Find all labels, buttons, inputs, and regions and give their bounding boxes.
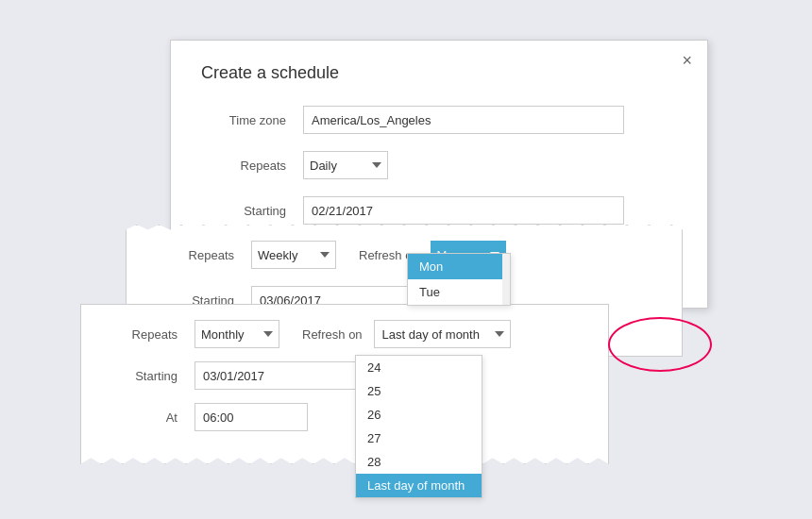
monthly-repeats-select[interactable]: Daily Weekly Monthly bbox=[195, 320, 279, 348]
dropdown-item-tue[interactable]: Tue bbox=[408, 279, 510, 305]
monthly-starting-label: Starting bbox=[104, 369, 178, 383]
dropdown-item-26[interactable]: 26 bbox=[356, 403, 482, 427]
dropdown-item-25[interactable]: 25 bbox=[356, 379, 482, 403]
dropdown-item-28[interactable]: 28 bbox=[356, 450, 482, 474]
timezone-row: Time zone bbox=[201, 106, 677, 134]
weekly-repeats-row: Repeats Daily Weekly Monthly Refresh on … bbox=[149, 241, 659, 269]
dropdown-item-last-day[interactable]: Last day of month bbox=[356, 474, 482, 497]
timezone-input[interactable] bbox=[303, 106, 624, 134]
dialog-title: Create a schedule bbox=[201, 63, 677, 83]
monthly-dropdown: 24 25 26 27 28 Last day of month bbox=[355, 355, 482, 498]
monthly-dialog: Repeats Daily Weekly Monthly Refresh on … bbox=[80, 304, 609, 464]
timezone-label: Time zone bbox=[201, 113, 286, 127]
weekly-repeats-select[interactable]: Daily Weekly Monthly bbox=[251, 241, 336, 269]
monthly-starting-row: Starting bbox=[104, 361, 585, 390]
monthly-at-label: At bbox=[104, 410, 178, 425]
dropdown-item-mon[interactable]: Mon bbox=[408, 254, 510, 279]
starting-row: Starting bbox=[201, 196, 677, 225]
monthly-at-input[interactable] bbox=[195, 403, 308, 431]
monthly-repeats-row: Repeats Daily Weekly Monthly Refresh on … bbox=[104, 320, 585, 348]
repeats-row: Repeats Daily Weekly Monthly bbox=[201, 151, 677, 179]
repeats-select[interactable]: Daily Weekly Monthly bbox=[303, 151, 388, 179]
monthly-refresh-select[interactable]: Last day of month 1 bbox=[374, 320, 511, 348]
dropdown-item-27[interactable]: 27 bbox=[356, 427, 482, 450]
dropdown-item-24[interactable]: 24 bbox=[356, 356, 482, 379]
monthly-refresh-label: Refresh on bbox=[302, 327, 363, 342]
weekly-repeats-label: Repeats bbox=[149, 248, 234, 262]
starting-label: Starting bbox=[201, 204, 286, 218]
starting-input[interactable] bbox=[303, 196, 624, 225]
repeats-label: Repeats bbox=[201, 159, 286, 173]
monthly-repeats-label: Repeats bbox=[104, 327, 178, 342]
close-button[interactable]: × bbox=[682, 52, 692, 69]
dropdown-scrollbar[interactable] bbox=[502, 254, 510, 305]
days-dropdown: Mon Tue bbox=[407, 253, 511, 306]
monthly-at-row: At bbox=[104, 403, 585, 431]
